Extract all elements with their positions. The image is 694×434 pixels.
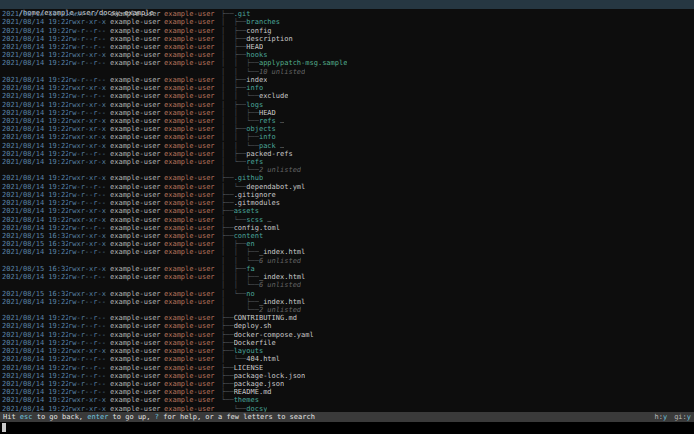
entry-name: dependabot.yml — [246, 183, 305, 191]
tree-row[interactable]: 2021/08/14 19:22rw-r--r--example-userexa… — [0, 26, 694, 34]
entry-name: no — [246, 290, 254, 298]
entry-group: example-user — [164, 207, 221, 215]
search-input-line[interactable] — [0, 422, 694, 434]
tree-row[interactable]: 2021/08/14 19:22rw-r--r--example-userexa… — [0, 59, 694, 67]
entry-owner: example-user — [110, 43, 164, 51]
tree-row[interactable]: 2021/08/14 19:22rwxr-xr-xexample-userexa… — [0, 174, 694, 182]
entry-date: 2021/08/14 19:22 — [0, 347, 68, 355]
tree-row[interactable]: 2021/08/14 19:22rwxr-xr-xexample-userexa… — [0, 51, 694, 59]
tree-row[interactable]: 2021/08/14 19:22rw-r--r--example-userexa… — [0, 109, 694, 117]
tree-row[interactable]: 2021/08/14 19:22rw-r--r--example-userexa… — [0, 322, 694, 330]
entry-perms: rwxr-xr-x — [68, 405, 110, 412]
tree-row[interactable]: 2021/08/14 19:22rwxr-xr-xexample-userexa… — [0, 405, 694, 413]
entry-name: scss — [246, 216, 263, 224]
tree-branch: └── — [221, 396, 234, 404]
tree-row[interactable]: │ │ └──10 unlisted — [0, 68, 694, 76]
tree-row[interactable]: 2021/08/15 16:32rwxr-xr-xexample-userexa… — [0, 240, 694, 248]
tree-row[interactable]: 2021/08/14 19:22rwxr-xr-xexample-userexa… — [0, 133, 694, 141]
entry-name: info — [246, 84, 263, 92]
tree-row[interactable]: 2021/08/14 19:22rw-r--r--example-userexa… — [0, 363, 694, 371]
tree-row[interactable]: 2021/08/14 19:22rwxr-xr-xexample-userexa… — [0, 18, 694, 26]
entry-name: HEAD — [259, 109, 276, 117]
unlisted-count: 2 unlisted — [259, 166, 301, 174]
tree-row[interactable]: 2021/08/15 16:32rwxr-xr-xexample-userexa… — [0, 232, 694, 240]
entry-perms: rw-r--r-- — [68, 364, 110, 372]
entry-owner: example-user — [110, 380, 164, 388]
tree-row[interactable]: 2021/08/14 19:22rw-r--r--example-userexa… — [0, 331, 694, 339]
tree-row[interactable]: │ │ └──6 unlisted — [0, 281, 694, 289]
tree-row[interactable]: 2021/08/14 19:22rw-r--r--example-userexa… — [0, 273, 694, 281]
tree-row[interactable]: 2021/08/14 19:22rw-r--r--example-userexa… — [0, 339, 694, 347]
entry-group: example-user — [164, 76, 221, 84]
tree-row[interactable]: 2021/08/14 19:22rw-r--r--example-userexa… — [0, 43, 694, 51]
entry-owner: example-user — [110, 273, 164, 281]
tree-row[interactable]: 2021/08/14 19:22rwxr-xr-xexample-userexa… — [0, 142, 694, 150]
hidden-flag: h:y — [654, 412, 667, 422]
entry-perms: rwxr-xr-x — [68, 290, 110, 298]
tree-row[interactable]: 2021/08/14 19:22rwxr-xr-xexample-userexa… — [0, 100, 694, 108]
tree-branch: ├── — [221, 364, 234, 372]
tree-row[interactable]: 2021/08/15 16:32rwxr-xr-xexample-userexa… — [0, 265, 694, 273]
entry-owner: example-user — [110, 158, 164, 166]
tree-branch: │ └── — [221, 183, 246, 191]
entry-date: 2021/08/14 19:22 — [0, 133, 68, 141]
entry-group: example-user — [164, 364, 221, 372]
entry-date: 2021/08/14 19:22 — [0, 396, 68, 404]
tree-row[interactable]: 2021/08/14 19:22rwxr-xr-xexample-userexa… — [0, 125, 694, 133]
entry-owner: example-user — [110, 224, 164, 232]
entry-group: example-user — [164, 405, 221, 412]
tree-row[interactable]: 2021/08/14 19:22rwxr-xr-xexample-userexa… — [0, 158, 694, 166]
entry-perms: rw-r--r-- — [68, 76, 110, 84]
entry-date: 2021/08/14 19:22 — [0, 224, 68, 232]
tree-row[interactable]: │ │ └──6 unlisted — [0, 257, 694, 265]
entry-owner: example-user — [110, 314, 164, 322]
tree-row[interactable]: 2021/08/14 19:22rw-r--r--example-userexa… — [0, 224, 694, 232]
tree-branch: │ │ └── — [221, 281, 259, 289]
tree-row[interactable]: 2021/08/14 19:22rwxr-xr-xexample-userexa… — [0, 10, 694, 18]
tree-row[interactable]: 2021/08/15 16:32rwxr-xr-xexample-userexa… — [0, 289, 694, 297]
tree-row[interactable]: 2021/08/14 19:22rwxr-xr-xexample-userexa… — [0, 117, 694, 125]
tree-branch: ├── — [221, 232, 234, 240]
tree-row[interactable]: 2021/08/14 19:22rw-r--r--example-userexa… — [0, 92, 694, 100]
entry-date: 2021/08/14 19:22 — [0, 388, 68, 396]
entry-owner: example-user — [110, 142, 164, 150]
tree-row[interactable]: 2021/08/14 19:22rwxr-xr-xexample-userexa… — [0, 396, 694, 404]
tree-branch: ├── — [221, 322, 234, 330]
tree-row[interactable]: 2021/08/14 19:22rwxr-xr-xexample-userexa… — [0, 84, 694, 92]
tree-row[interactable]: 2021/08/14 19:22rw-r--r--example-userexa… — [0, 248, 694, 256]
entry-date: 2021/08/14 19:22 — [0, 125, 68, 133]
tree-row[interactable]: 2021/08/14 19:22rw-r--r--example-userexa… — [0, 380, 694, 388]
entry-name: config.toml — [234, 224, 280, 232]
tree-row[interactable]: 2021/08/14 19:22rw-r--r--example-userexa… — [0, 191, 694, 199]
entry-owner: example-user — [110, 207, 164, 215]
tree-row[interactable]: │ └──2 unlisted — [0, 166, 694, 174]
entry-name: fa — [246, 265, 254, 273]
entry-owner: example-user — [110, 133, 164, 141]
tree-row[interactable]: 2021/08/14 19:22rw-r--r--example-userexa… — [0, 355, 694, 363]
tree-row[interactable]: 2021/08/14 19:22rw-r--r--example-userexa… — [0, 35, 694, 43]
tree-row[interactable]: 2021/08/14 19:22rwxr-xr-xexample-userexa… — [0, 207, 694, 215]
entry-date: 2021/08/14 19:22 — [0, 158, 68, 166]
tree-row[interactable]: 2021/08/14 19:22rwxr-xr-xexample-userexa… — [0, 215, 694, 223]
tree-row[interactable]: 2021/08/14 19:22rw-r--r--example-userexa… — [0, 183, 694, 191]
tree-row[interactable]: 2021/08/14 19:22rw-r--r--example-userexa… — [0, 314, 694, 322]
entry-perms: rw-r--r-- — [68, 59, 110, 67]
entry-group: example-user — [164, 388, 221, 396]
entry-owner: example-user — [110, 372, 164, 380]
tree-row[interactable]: 2021/08/14 19:22rw-r--r--example-userexa… — [0, 298, 694, 306]
tree-row[interactable]: 2021/08/14 19:22rw-r--r--example-userexa… — [0, 76, 694, 84]
tree-row[interactable]: 2021/08/14 19:22rw-r--r--example-userexa… — [0, 150, 694, 158]
entry-date: 2021/08/14 19:22 — [0, 322, 68, 330]
entry-name: content — [234, 232, 264, 240]
entry-group: example-user — [164, 10, 221, 18]
tree-row[interactable]: 2021/08/14 19:22rw-r--r--example-userexa… — [0, 372, 694, 380]
tree-row[interactable]: 2021/08/14 19:22rwxr-xr-xexample-userexa… — [0, 347, 694, 355]
tree-row[interactable]: │ └──2 unlisted — [0, 306, 694, 314]
tree-row[interactable]: 2021/08/14 19:22rw-r--r--example-userexa… — [0, 199, 694, 207]
entry-date: 2021/08/14 19:22 — [0, 117, 68, 125]
tree-branch: │ ├── — [221, 101, 246, 109]
tree-row[interactable]: 2021/08/14 19:22rw-r--r--example-userexa… — [0, 388, 694, 396]
entry-perms: rw-r--r-- — [68, 273, 110, 281]
entry-owner: example-user — [110, 59, 164, 67]
entry-perms: rwxr-xr-x — [68, 117, 110, 125]
